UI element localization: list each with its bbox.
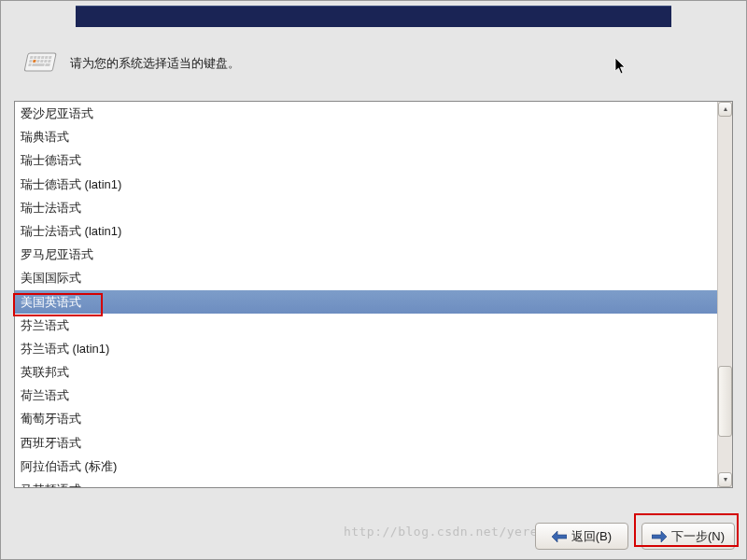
keyboard-list: 爱沙尼亚语式瑞典语式瑞士德语式瑞士德语式 (latin1)瑞士法语式瑞士法语式 … xyxy=(14,101,733,488)
scrollbar-thumb[interactable] xyxy=(718,366,732,437)
svg-rect-3 xyxy=(37,56,41,59)
svg-rect-8 xyxy=(33,60,36,63)
svg-rect-7 xyxy=(29,60,33,63)
svg-rect-13 xyxy=(28,63,32,66)
chevron-down-icon: ▾ xyxy=(724,476,727,483)
svg-rect-5 xyxy=(45,56,49,59)
svg-rect-1 xyxy=(30,56,34,59)
keyboard-list-item[interactable]: 瑞士法语式 xyxy=(15,196,717,219)
header: 请为您的系统选择适当的键盘。 xyxy=(20,49,727,77)
instruction-text: 请为您的系统选择适当的键盘。 xyxy=(70,55,240,72)
svg-rect-9 xyxy=(36,60,40,63)
svg-rect-12 xyxy=(48,60,51,63)
keyboard-list-item[interactable]: 瑞典语式 xyxy=(15,125,717,148)
keyboard-list-item[interactable]: 荷兰语式 xyxy=(15,384,717,407)
svg-rect-2 xyxy=(34,56,37,59)
scrollbar: ▴ ▾ xyxy=(717,102,732,487)
back-button[interactable]: 返回(B) xyxy=(535,523,628,550)
chevron-up-icon: ▴ xyxy=(724,105,727,113)
svg-rect-11 xyxy=(44,60,48,63)
next-button-label: 下一步(N) xyxy=(671,528,725,545)
keyboard-list-item[interactable]: 阿拉伯语式 (标准) xyxy=(15,455,717,478)
keyboard-icon xyxy=(20,49,57,77)
scroll-down-button[interactable]: ▾ xyxy=(718,472,732,487)
svg-rect-4 xyxy=(41,56,45,59)
banner xyxy=(76,6,671,27)
svg-rect-15 xyxy=(45,63,50,66)
svg-rect-10 xyxy=(40,60,44,63)
keyboard-list-item[interactable]: 罗马尼亚语式 xyxy=(15,243,717,266)
keyboard-list-item[interactable]: 瑞士法语式 (latin1) xyxy=(15,219,717,243)
keyboard-list-item[interactable]: 马其顿语式 xyxy=(15,478,717,487)
keyboard-list-item[interactable]: 美国英语式 xyxy=(15,290,717,314)
svg-rect-6 xyxy=(49,56,52,59)
scroll-up-button[interactable]: ▴ xyxy=(718,102,732,117)
keyboard-list-item[interactable]: 芬兰语式 xyxy=(15,314,717,337)
back-button-label: 返回(B) xyxy=(571,528,612,545)
svg-rect-14 xyxy=(32,63,45,66)
next-button[interactable]: 下一步(N) xyxy=(641,523,735,550)
keyboard-list-item[interactable]: 爱沙尼亚语式 xyxy=(15,102,717,125)
keyboard-list-item[interactable]: 瑞士德语式 xyxy=(15,148,717,172)
keyboard-list-item[interactable]: 葡萄牙语式 xyxy=(15,407,717,430)
keyboard-list-item[interactable]: 瑞士德语式 (latin1) xyxy=(15,173,717,196)
keyboard-list-item[interactable]: 西班牙语式 xyxy=(15,431,717,455)
arrow-right-icon xyxy=(652,531,667,542)
keyboard-list-content[interactable]: 爱沙尼亚语式瑞典语式瑞士德语式瑞士德语式 (latin1)瑞士法语式瑞士法语式 … xyxy=(15,102,717,487)
scrollbar-track[interactable] xyxy=(718,117,732,472)
keyboard-list-item[interactable]: 英联邦式 xyxy=(15,360,717,384)
keyboard-list-item[interactable]: 芬兰语式 (latin1) xyxy=(15,337,717,360)
keyboard-list-item[interactable]: 美国国际式 xyxy=(15,266,717,289)
button-row: 返回(B) 下一步(N) xyxy=(535,523,735,550)
arrow-left-icon xyxy=(552,531,567,542)
